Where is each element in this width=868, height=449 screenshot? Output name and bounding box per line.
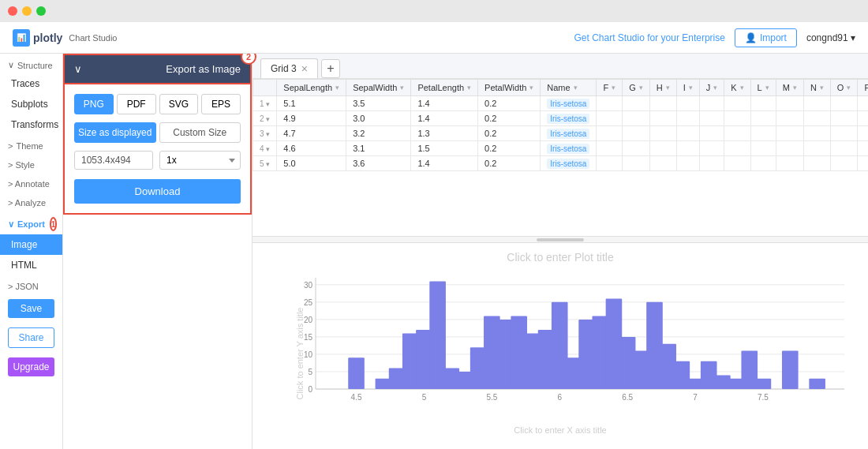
cell-f[interactable] (597, 96, 623, 111)
x-axis-title[interactable]: Click to enter X axis title (514, 425, 606, 435)
share-button[interactable]: Share (8, 327, 54, 348)
cell-i[interactable] (676, 156, 699, 171)
maximize-btn[interactable] (36, 6, 46, 16)
cell-l[interactable] (750, 111, 776, 126)
col-header-f[interactable]: F▾ (597, 80, 623, 96)
format-svg[interactable]: SVG (159, 94, 199, 114)
cell-sepal-length[interactable]: 5.1 (277, 96, 346, 111)
cell-petal-length[interactable]: 1.4 (411, 96, 478, 111)
scrollbar-area[interactable] (253, 237, 868, 243)
sidebar-section-theme[interactable]: > Theme (0, 135, 62, 154)
cell-k[interactable] (724, 126, 750, 141)
cell-n[interactable] (803, 156, 830, 171)
cell-l[interactable] (750, 141, 776, 156)
custom-size[interactable]: Custom Size (159, 122, 241, 143)
cell-sepal-width[interactable]: 3.6 (346, 156, 411, 171)
cell-n[interactable] (803, 111, 830, 126)
cell-o[interactable] (830, 141, 858, 156)
cell-name[interactable]: Iris-setosa (541, 111, 597, 126)
sidebar-section-structure[interactable]: ∨ Structure (0, 54, 62, 73)
cell-f[interactable] (597, 141, 623, 156)
cell-k[interactable] (724, 111, 750, 126)
cell-i[interactable] (676, 96, 699, 111)
cell-f[interactable] (597, 156, 623, 171)
cell-o[interactable] (830, 156, 858, 171)
sidebar-section-json[interactable]: > JSON (0, 275, 62, 294)
cell-j[interactable] (699, 96, 724, 111)
cell-name[interactable]: Iris-setosa (541, 141, 597, 156)
col-header-m[interactable]: M▾ (776, 80, 803, 96)
col-header-sepal-width[interactable]: SepalWidth▾ (346, 80, 411, 96)
cell-o[interactable] (830, 111, 858, 126)
plot-title-placeholder[interactable]: Click to enter Plot title (253, 251, 868, 264)
cell-name[interactable]: Iris-setosa (541, 156, 597, 171)
sidebar-section-style[interactable]: > Style (0, 154, 62, 173)
cell-sepal-width[interactable]: 3.2 (346, 126, 411, 141)
cell-k[interactable] (724, 156, 750, 171)
cell-l[interactable] (750, 126, 776, 141)
cell-g[interactable] (623, 126, 650, 141)
cell-petal-width[interactable]: 0.2 (478, 141, 541, 156)
cell-sepal-width[interactable]: 3.5 (346, 96, 411, 111)
sidebar-section-export[interactable]: ∨ Export 1 (0, 211, 62, 234)
format-pdf[interactable]: PDF (117, 94, 156, 114)
cell-sepal-length[interactable]: 4.9 (277, 111, 346, 126)
cell-n[interactable] (803, 141, 830, 156)
cell-o[interactable] (830, 126, 858, 141)
cell-g[interactable] (623, 96, 650, 111)
sidebar-item-traces[interactable]: Traces (0, 73, 62, 94)
cell-n[interactable] (803, 126, 830, 141)
sidebar-item-html[interactable]: HTML (0, 255, 62, 275)
cell-petal-length[interactable]: 1.4 (411, 156, 478, 171)
cell-sepal-length[interactable]: 4.6 (277, 141, 346, 156)
cell-f[interactable] (597, 111, 623, 126)
cell-m[interactable] (776, 156, 803, 171)
cell-p[interactable] (858, 126, 868, 141)
cell-sepal-width[interactable]: 3.0 (346, 111, 411, 126)
cell-m[interactable] (776, 126, 803, 141)
col-header-j[interactable]: J▾ (699, 80, 724, 96)
grid-tab-active[interactable]: Grid 3 × (260, 58, 318, 78)
cell-o[interactable] (830, 96, 858, 111)
col-header-g[interactable]: G▾ (623, 80, 650, 96)
cell-h[interactable] (649, 126, 676, 141)
cell-j[interactable] (699, 156, 724, 171)
cell-h[interactable] (649, 141, 676, 156)
cell-m[interactable] (776, 141, 803, 156)
cell-i[interactable] (676, 141, 699, 156)
cell-g[interactable] (623, 156, 650, 171)
save-button[interactable]: Save (8, 299, 54, 318)
format-png[interactable]: PNG (74, 94, 114, 114)
col-header-l[interactable]: L▾ (750, 80, 776, 96)
col-header-h[interactable]: H▾ (649, 80, 676, 96)
cell-p[interactable] (858, 96, 868, 111)
y-axis-title[interactable]: Click to enter Y axis title (295, 307, 305, 399)
import-button[interactable]: 👤 Import (735, 28, 797, 47)
enterprise-link[interactable]: Get Chart Studio for your Enterprise (574, 32, 725, 43)
col-header-name[interactable]: Name▾ (541, 80, 597, 96)
cell-i[interactable] (676, 126, 699, 141)
col-header-sepal-length[interactable]: SepalLength▾ (277, 80, 346, 96)
cell-m[interactable] (776, 96, 803, 111)
user-menu[interactable]: congnd91 ▾ (806, 32, 855, 43)
sidebar-section-annotate[interactable]: > Annotate (0, 173, 62, 192)
col-header-k[interactable]: K▾ (724, 80, 750, 96)
cell-g[interactable] (623, 111, 650, 126)
cell-h[interactable] (649, 156, 676, 171)
cell-n[interactable] (803, 96, 830, 111)
cell-petal-width[interactable]: 0.2 (478, 156, 541, 171)
grid-tab-close[interactable]: × (301, 63, 308, 74)
cell-petal-width[interactable]: 0.2 (478, 126, 541, 141)
col-header-n[interactable]: N▾ (803, 80, 830, 96)
col-header-o[interactable]: O▾ (830, 80, 858, 96)
cell-g[interactable] (623, 141, 650, 156)
sidebar-item-transforms[interactable]: Transforms (0, 114, 62, 135)
cell-j[interactable] (699, 111, 724, 126)
col-header-i[interactable]: I▾ (676, 80, 699, 96)
sidebar-item-image[interactable]: Image (0, 234, 62, 255)
cell-sepal-width[interactable]: 3.1 (346, 141, 411, 156)
cell-h[interactable] (649, 111, 676, 126)
cell-h[interactable] (649, 96, 676, 111)
dimension-input[interactable] (74, 151, 153, 170)
cell-k[interactable] (724, 96, 750, 111)
